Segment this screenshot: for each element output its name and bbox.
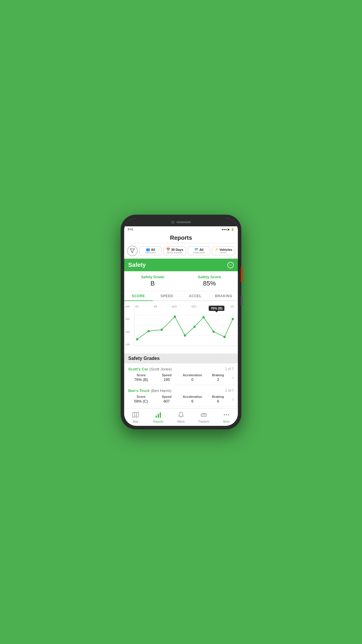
stat-accel-label-1: Acceleration [180, 395, 205, 398]
date-range-label: 30 Days [171, 248, 183, 251]
chart-svg-wrap: 76% (B) [134, 305, 236, 346]
stat-braking-value-1: 6 [205, 399, 231, 403]
speaker [176, 221, 191, 223]
nav-label-trackers: Trackers [198, 420, 210, 423]
svg-point-29 [224, 414, 225, 415]
content-area: Safety − Safety Grade B Safety Score 85% [124, 259, 238, 408]
vehicle-row-0[interactable]: Scott's Car (Scott Jones) 1 of 7 Score 7… [124, 363, 238, 385]
chart-container: 400 300 200 100 76% (B) [124, 301, 238, 354]
safety-score-block: Safety Score 85% [181, 275, 238, 287]
chart-svg [134, 305, 236, 346]
stat-score-label-1: Score [128, 395, 154, 398]
stat-accel-value-0: 0 [180, 377, 205, 382]
filter-button[interactable] [127, 246, 138, 256]
safety-grade-label: Safety Grade [124, 275, 181, 279]
chart-tooltip: 76% (B) [209, 306, 224, 311]
phone-notch [124, 218, 238, 226]
stat-braking-label-0: Braking [205, 373, 231, 377]
tab-accel[interactable]: ACCEL [181, 291, 210, 300]
nav-label-map: Map [133, 420, 138, 423]
map-icon [132, 412, 139, 419]
svg-point-8 [174, 316, 176, 318]
vehicle-owner-1: (Ben Harris) [151, 388, 171, 393]
svg-rect-20 [160, 412, 161, 418]
groups-sublabel: GROUPS [145, 251, 156, 254]
safety-title: Safety [128, 262, 146, 268]
camera [171, 220, 175, 224]
groups-filter[interactable]: 👥 All GROUPS [139, 246, 162, 255]
safety-grade-block: Safety Grade B [124, 275, 181, 287]
svg-point-9 [184, 334, 186, 337]
sort-sublabel: SORT [220, 251, 227, 254]
svg-rect-19 [158, 414, 159, 418]
stat-braking-label-1: Braking [205, 395, 231, 398]
stat-speed-value-1: 607 [154, 399, 180, 403]
vehicle-name-1: Ben's Truck [128, 388, 150, 393]
collapse-button[interactable]: − [227, 262, 234, 268]
tab-score[interactable]: SCORE [124, 291, 153, 300]
nav-item-trackers[interactable]: Trackers [192, 409, 215, 426]
vehicle-row-1[interactable]: Ben's Truck (Ben Harris) 1 of 7 Score 58… [124, 385, 238, 407]
chevron-right-1: › [231, 396, 234, 402]
stat-speed-value-0: 195 [154, 377, 180, 382]
svg-point-14 [232, 318, 234, 320]
side-button-gray [241, 296, 242, 305]
y-label-100: 100 [125, 343, 130, 346]
safety-grade-value: B [124, 280, 181, 287]
safety-grades-header: Safety Grades [124, 354, 238, 363]
tab-speed[interactable]: SPEED [153, 291, 181, 300]
svg-point-13 [224, 336, 226, 338]
vehicle-of-1: 1 of 7 [225, 388, 234, 393]
side-button-red [241, 267, 242, 282]
time: 9:41 [128, 228, 133, 231]
phone-frame: 9:41 ●●● ▶ 🔋 Reports 👥 All GROUPS [121, 215, 241, 429]
groups-label: All [151, 248, 155, 251]
bottom-nav: Map Reports [124, 408, 238, 426]
vehicle-name-0: Scott's Car [128, 367, 148, 371]
chevron-right-0: › [231, 374, 234, 381]
nav-item-map[interactable]: Map [124, 409, 147, 426]
y-label-400: 400 [125, 305, 130, 308]
stat-accel-value-1: 6 [180, 399, 205, 403]
tab-braking[interactable]: BRAKING [210, 291, 238, 300]
chart-y-labels: 400 300 200 100 [125, 305, 131, 346]
svg-point-5 [136, 338, 138, 340]
stat-score-label-0: Score [128, 373, 154, 377]
chart-area: 400 300 200 100 76% (B) [134, 305, 236, 352]
stat-score-value-0: 76% (B) [128, 377, 154, 382]
tabs-row: SCORE SPEED ACCEL BRAKING [124, 291, 238, 301]
tracker-sublabel: TRACKER [193, 251, 205, 254]
more-icon [223, 412, 230, 419]
page-title: Reports [124, 235, 238, 241]
sort-label: Vehicles [219, 248, 232, 251]
svg-point-10 [194, 326, 196, 328]
nav-item-more[interactable]: More [215, 409, 238, 426]
status-bar: 9:41 ●●● ▶ 🔋 [124, 226, 238, 232]
svg-point-24 [202, 414, 203, 415]
date-range-sublabel: DATE RANGE [167, 251, 182, 254]
collapse-icon: − [229, 262, 232, 268]
page-header: Reports [124, 232, 238, 243]
safety-score-label: Safety Score [181, 275, 238, 279]
svg-point-7 [161, 328, 163, 331]
svg-point-31 [228, 414, 229, 415]
svg-point-12 [212, 330, 215, 333]
nav-label-more: More [223, 420, 230, 423]
tracker-filter[interactable]: 🪪 All TRACKER [188, 246, 210, 255]
trackers-icon [201, 412, 207, 419]
svg-marker-15 [133, 412, 138, 417]
nav-label-reports: Reports [153, 420, 163, 423]
nav-item-reports[interactable]: Reports [147, 409, 170, 426]
svg-point-30 [226, 414, 227, 415]
sort-filter[interactable]: ⚡ Vehicles SORT [212, 246, 235, 255]
nav-item-alerts[interactable]: Alerts [170, 409, 192, 426]
date-range-filter[interactable]: 📅 30 Days DATE RANGE [164, 246, 186, 255]
stat-speed-label-1: Speed [154, 395, 180, 398]
signal: ●●● ▶ 🔋 [222, 228, 234, 231]
svg-point-11 [203, 316, 205, 318]
safety-section-header: Safety − [124, 259, 238, 271]
filter-icon [130, 248, 135, 253]
safety-scores: Safety Grade B Safety Score 85% [124, 271, 238, 291]
safety-score-value: 85% [181, 280, 238, 287]
svg-point-6 [147, 330, 150, 332]
